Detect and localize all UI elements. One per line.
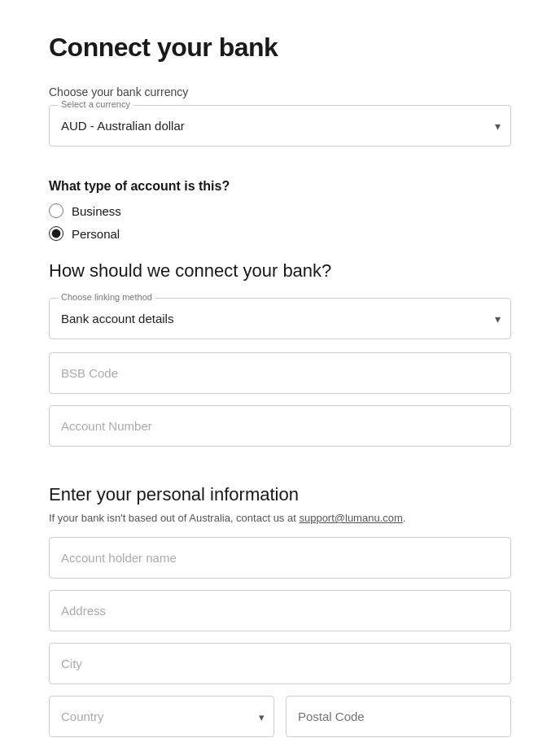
bsb-code-input[interactable] (49, 352, 511, 394)
support-email-link[interactable]: support@lumanu.com (299, 512, 402, 524)
postal-code-input[interactable] (286, 696, 511, 737)
city-input[interactable] (49, 643, 511, 684)
subtext-after: . (403, 512, 406, 524)
account-type-radio-group: Business Personal (49, 203, 511, 241)
page-title: Connect your bank (49, 33, 511, 63)
radio-personal-input[interactable] (49, 226, 63, 241)
address-input[interactable] (49, 590, 511, 631)
radio-business-label: Business (72, 204, 121, 218)
currency-select[interactable]: AUD - Australian dollar (50, 106, 510, 146)
personal-info-heading: Enter your personal information (49, 484, 511, 505)
linking-select[interactable]: Bank account details (50, 299, 510, 338)
account-holder-input[interactable] (49, 537, 511, 579)
radio-business[interactable]: Business (49, 203, 511, 218)
radio-business-input[interactable] (49, 203, 63, 218)
linking-select-wrapper: Choose linking method Bank account detai… (49, 298, 511, 339)
subtext-before: If your bank isn't based out of Australi… (49, 512, 299, 524)
personal-info-subtext: If your bank isn't based out of Australi… (49, 512, 511, 524)
spacer-1 (49, 159, 511, 179)
radio-personal[interactable]: Personal (49, 226, 511, 241)
spacer-3 (49, 458, 511, 478)
linking-heading: How should we connect your bank? (49, 260, 511, 282)
currency-select-wrapper: Select a currency AUD - Australian dolla… (49, 105, 511, 146)
account-type-question: What type of account is this? (49, 179, 511, 194)
account-number-input[interactable] (49, 405, 511, 447)
radio-personal-label: Personal (72, 227, 120, 241)
linking-floating-label: Choose linking method (58, 292, 155, 302)
currency-label: Choose your bank currency (49, 85, 511, 98)
country-select[interactable]: Country (49, 696, 274, 737)
currency-floating-label: Select a currency (58, 99, 133, 109)
page-container: Connect your bank Choose your bank curre… (0, 0, 560, 738)
country-select-wrapper: Country ▾ (49, 696, 274, 737)
postal-code-wrapper (286, 696, 511, 737)
country-postal-row: Country ▾ (49, 696, 511, 737)
